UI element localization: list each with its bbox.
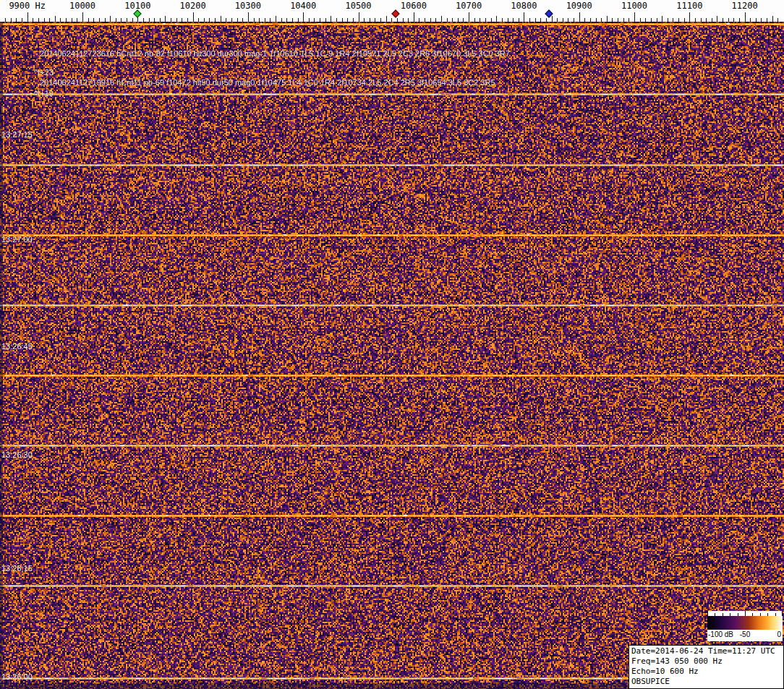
info-station-line: OBSUPICE bbox=[631, 677, 781, 687]
legend-max-label: 0 bbox=[777, 630, 781, 638]
ruler-tick bbox=[221, 16, 221, 22]
ruler-tick bbox=[27, 12, 28, 22]
legend-tick bbox=[760, 613, 761, 616]
legend-tick bbox=[767, 613, 768, 616]
hit-annotation: 20140624112719916 hCnt11 nb-69 f10472 hi… bbox=[40, 78, 495, 87]
ruler-tick bbox=[524, 12, 524, 22]
legend-min-label: -100 dB bbox=[708, 630, 733, 638]
ruler-tick bbox=[55, 16, 56, 22]
legend-tick bbox=[738, 613, 738, 616]
marker-diamond-green[interactable] bbox=[134, 9, 142, 17]
ruler-frequency-label: 10200 bbox=[180, 1, 206, 11]
ruler-tick bbox=[276, 16, 276, 22]
ruler-tick bbox=[662, 16, 662, 22]
legend-tick bbox=[707, 611, 708, 616]
ruler-tick bbox=[331, 16, 331, 22]
info-echo-line: Echo=10 600 Hz bbox=[631, 667, 781, 677]
time-label: 13:26:45 bbox=[1, 342, 33, 351]
time-label: 13:27:15 bbox=[1, 130, 33, 139]
colorbar-gradient bbox=[707, 616, 783, 630]
time-label: 13:27:00 bbox=[1, 235, 33, 244]
ruler-frequency-label: 10300 bbox=[235, 1, 261, 11]
ruler-tick bbox=[579, 12, 580, 22]
ruler-tick bbox=[193, 12, 194, 22]
legend-labels: -100 dB -50 0 bbox=[707, 630, 783, 640]
ruler-frequency-label: 11100 bbox=[676, 1, 702, 11]
ruler-tick bbox=[469, 12, 469, 22]
legend-tick bbox=[723, 613, 723, 616]
info-freq-line: Freq=143 050 000 Hz bbox=[631, 656, 781, 667]
ruler-tick bbox=[248, 12, 249, 22]
ruler-tick bbox=[303, 12, 304, 22]
hit-annotation: 20140624112723616 hCnt12 nb-82 f10610 hi… bbox=[40, 49, 510, 58]
ruler-tick bbox=[772, 16, 773, 22]
legend-tick bbox=[775, 613, 776, 616]
ruler-tick bbox=[386, 16, 387, 22]
ruler-tick bbox=[441, 16, 442, 22]
legend-tick-row bbox=[707, 611, 783, 616]
time-label: 13:26:15 bbox=[1, 564, 33, 573]
legend-tick bbox=[730, 613, 730, 616]
ruler-tick bbox=[414, 12, 414, 22]
spectrogram-area[interactable]: -100 dB -50 0 Date=2014-06-24 Time=11:27… bbox=[0, 22, 784, 689]
ruler-tick bbox=[717, 16, 717, 22]
ruler-tick bbox=[165, 16, 166, 22]
spectrogram-canvas[interactable] bbox=[0, 22, 784, 689]
ruler-tick bbox=[634, 12, 635, 22]
ruler-frequency-label: 11000 bbox=[621, 1, 647, 11]
ruler-tick bbox=[496, 16, 497, 22]
time-label: 13:26:30 bbox=[1, 450, 33, 459]
ruler-tick bbox=[110, 16, 111, 22]
ruler-tick bbox=[359, 12, 359, 22]
ruler-frequency-label: 11200 bbox=[732, 1, 758, 11]
ruler-tick bbox=[552, 16, 553, 22]
ruler-tick bbox=[607, 16, 608, 22]
ruler-frequency-label: 10700 bbox=[456, 1, 482, 11]
ruler-frequency-label: 10400 bbox=[290, 1, 316, 11]
ruler-frequency-label: 10800 bbox=[511, 1, 537, 11]
time-label: 13:26:00 bbox=[1, 672, 33, 681]
legend-tick bbox=[745, 611, 746, 616]
legend-tick bbox=[752, 613, 753, 616]
marker-diamond-red[interactable] bbox=[392, 9, 400, 17]
hit-annotation: ^t+23 bbox=[34, 68, 54, 77]
ruler-frequency-label: 9900 Hz bbox=[9, 1, 46, 11]
ruler-frequency-label: 10000 bbox=[69, 1, 95, 11]
frequency-ruler[interactable]: 9900 Hz100001010010200103001040010500106… bbox=[0, 0, 784, 22]
db-colorbar-legend: -100 dB -50 0 bbox=[707, 611, 783, 641]
station-info-box: Date=2014-06-24 Time=11:27 UTC Freq=143 … bbox=[629, 645, 784, 689]
legend-tick bbox=[715, 613, 715, 616]
info-date-line: Date=2014-06-24 Time=11:27 UTC bbox=[631, 646, 781, 656]
ruler-frequency-label: 10600 bbox=[401, 1, 427, 11]
ruler-tick bbox=[689, 12, 690, 22]
ruler-frequency-label: 10500 bbox=[345, 1, 371, 11]
meteor-echo-spectrogram-screen: 9900 Hz100001010010200103001040010500106… bbox=[0, 0, 784, 689]
legend-tick bbox=[782, 611, 783, 616]
ruler-tick bbox=[82, 12, 83, 22]
legend-mid-label: -50 bbox=[740, 630, 750, 638]
ruler-frequency-label: 10900 bbox=[566, 1, 592, 11]
ruler-tick bbox=[745, 12, 746, 22]
hit-annotation: ^t+19 bbox=[34, 89, 54, 98]
